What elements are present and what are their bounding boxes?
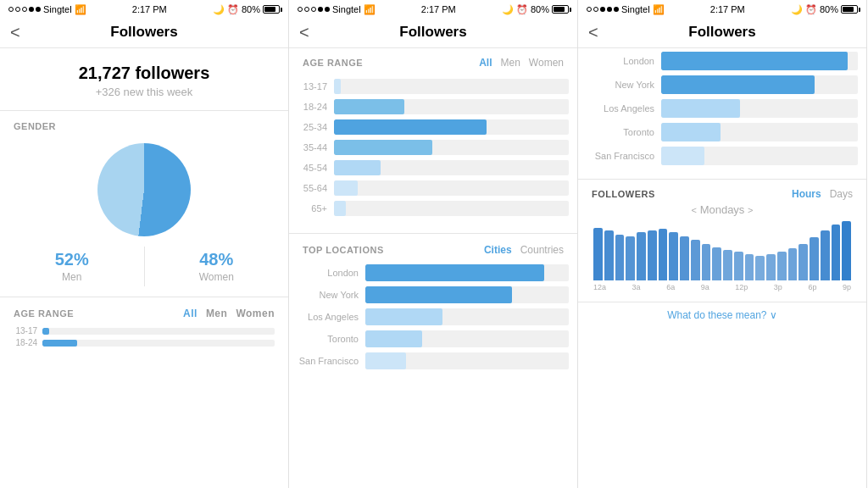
mini-bar-1317: 13-17 [14,326,275,336]
panel-2: Singtel 📶 2:17 PM 🌙 ⏰ 80% < Followers AG… [289,0,578,488]
moon-icon-3: 🌙 [791,4,803,15]
hour-bar-8 [680,236,689,280]
hour-bar-18 [788,248,798,281]
loc-filter[interactable]: Cities Countries [484,244,564,256]
followers-section-header: FOLLOWERS Hours Days [592,188,853,200]
bar-3544: 35-44 [298,140,569,155]
back-button-2[interactable]: < [299,23,309,42]
hour-bar-2 [615,235,625,280]
women-pct: 48% [145,250,289,269]
filter-hours[interactable]: Hours [792,188,821,200]
battery-icon-3 [841,5,858,14]
women-label: Women [145,271,289,283]
bar-fill-1317 [42,328,49,335]
bar-1824: 18-24 [298,99,569,114]
signal-icon [8,7,41,12]
loc-newyork: New York [298,286,569,303]
hour-bar-9 [691,240,700,280]
panel2-content: AGE RANGE All Men Women 13-17 18-24 25-3… [289,48,577,488]
header-3: < Followers [578,19,866,48]
status-right-2: 🌙 ⏰ 80% [502,4,569,15]
followers-new: +326 new this week [0,86,288,98]
age-filter-1[interactable]: All Men Women [183,308,275,319]
status-bar-3: Singtel 📶 2:17 PM 🌙 ⏰ 80% [578,0,866,19]
battery-icon-1 [263,5,280,14]
age-filter-women-1[interactable]: Women [236,308,275,319]
hour-bar-3 [626,236,635,280]
hour-bar-17 [777,252,787,280]
bar-label-1824: 18-24 [14,338,37,347]
alarm-icon: ⏰ [227,4,239,15]
next-day-chevron[interactable]: > [748,205,753,215]
back-button-3[interactable]: < [588,23,598,42]
gender-label: GENDER [0,111,288,136]
alarm-icon-3: ⏰ [805,4,817,15]
loc-losangeles: Los Angeles [298,308,569,325]
moon-icon: 🌙 [213,4,225,15]
hour-bar-15 [755,256,765,280]
age-range-header-2: AGE RANGE All Men Women [289,48,577,74]
filter-men-2[interactable]: Men [501,57,520,69]
filter-women-2[interactable]: Women [529,57,564,69]
hour-bar-16 [766,254,776,281]
bar-2534: 25-34 [298,119,569,135]
bar-label-1317: 13-17 [14,326,37,336]
bar-4554: 45-54 [298,160,569,175]
hour-bar-13 [734,252,743,280]
prev-day-chevron[interactable]: < [692,205,697,215]
page-title-3: Followers [590,24,854,41]
hour-bar-10 [702,244,711,280]
signal-icon-2 [298,7,330,12]
page-title-2: Followers [301,24,565,41]
city-toronto: Toronto [587,123,858,141]
age-range-label-2: AGE RANGE [303,58,363,68]
age-filter-men-1[interactable]: Men [206,308,228,319]
filter-all-2[interactable]: All [479,57,492,69]
hour-bar-chart [592,221,853,280]
carrier-3: Singtel [621,4,650,14]
hour-bar-1 [604,230,614,280]
status-left-1: Singtel 📶 [8,4,86,15]
carrier-2: Singtel [332,4,361,14]
panel1-content: 21,727 followers +326 new this week GEND… [0,48,288,488]
age-filter-all-1[interactable]: All [183,308,198,319]
header-2: < Followers [289,19,577,48]
status-left-2: Singtel 📶 [298,4,376,15]
alarm-icon-2: ⏰ [516,4,528,15]
wifi-icon-3: 📶 [653,4,665,15]
followers-summary: 21,727 followers +326 new this week [0,48,288,111]
battery-label-3: 80% [820,4,838,14]
men-pct: 52% [0,250,144,269]
city-sanfrancisco: San Francisco [587,147,858,165]
bar-5564: 55-64 [298,180,569,196]
wifi-icon-2: 📶 [364,4,376,15]
signal-icon-3 [587,7,619,12]
panel-1: Singtel 📶 2:17 PM 🌙 ⏰ 80% < Followers 21… [0,0,289,488]
age-bar-chart: 13-17 18-24 25-34 35-44 45-54 55-64 [289,74,577,234]
top-cities-chart: London New York Los Angeles Toronto San … [578,48,866,180]
what-mean-link[interactable]: What do these mean? ∨ [578,302,866,328]
bar-track-1824 [42,340,275,347]
hour-bar-11 [712,247,721,280]
filter-days[interactable]: Days [830,188,853,200]
back-button-1[interactable]: < [10,23,20,42]
time-1: 2:17 PM [132,4,167,14]
battery-icon-2 [552,5,569,14]
hour-bar-7 [669,232,678,280]
mini-age-bars: 13-17 18-24 [0,323,288,347]
men-label: Men [0,271,144,283]
location-bars: London New York Los Angeles Toronto San … [289,261,577,369]
filter-countries[interactable]: Countries [520,244,564,256]
city-newyork: New York [587,75,858,94]
hour-bar-20 [810,237,819,280]
hour-bar-22 [832,225,841,280]
battery-label-2: 80% [531,4,549,14]
age-filter-group-2[interactable]: All Men Women [479,57,564,69]
time-filter[interactable]: Hours Days [792,188,853,200]
followers-section: FOLLOWERS Hours Days < Mondays > 12a 3a … [578,180,866,297]
hour-bar-6 [659,229,668,280]
loc-sanfrancisco: San Francisco [298,352,569,369]
filter-cities[interactable]: Cities [484,244,512,256]
gender-women: 48% Women [145,247,289,286]
moon-icon-2: 🌙 [502,4,514,15]
